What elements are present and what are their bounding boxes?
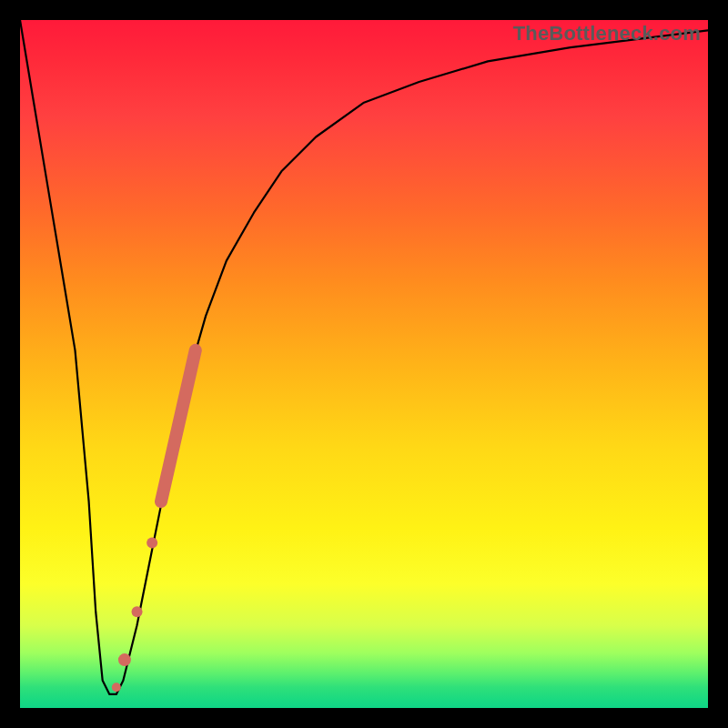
dot-1 [147,538,157,549]
dot-3 [118,653,131,666]
watermark-text: TheBottleneck.com [513,22,701,46]
dot-2 [132,606,143,617]
dot-4 [112,682,121,692]
curve-layer [20,20,708,708]
bottleneck-curve [20,20,708,694]
highlight-segment [161,350,196,501]
chart-frame: TheBottleneck.com [0,0,728,728]
plot-area: TheBottleneck.com [20,20,708,708]
